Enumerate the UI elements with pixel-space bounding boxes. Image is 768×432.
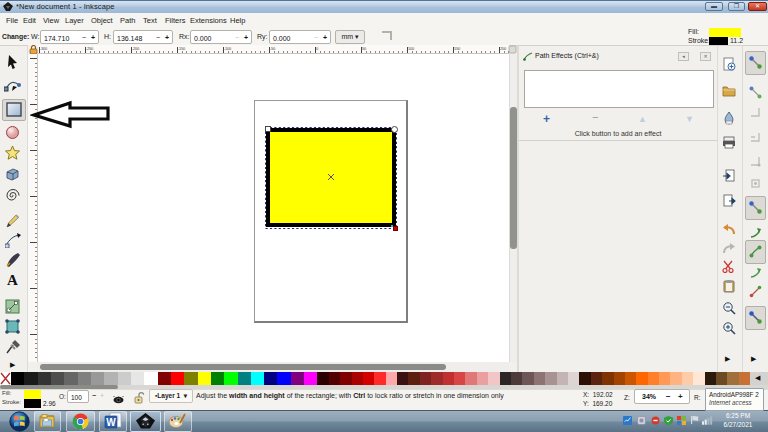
svg-text:W: W xyxy=(106,417,116,428)
svg-text:A: A xyxy=(7,272,18,287)
